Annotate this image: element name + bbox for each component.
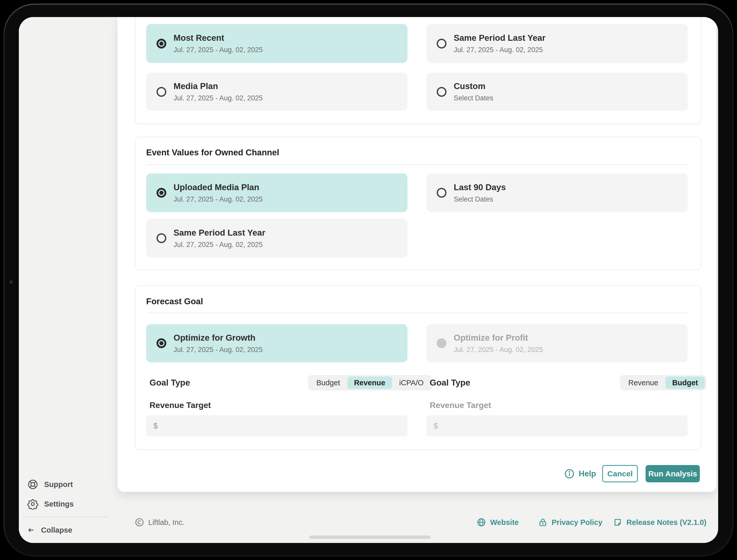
- sidebar-item-support[interactable]: Support: [27, 479, 73, 490]
- lifebuoy-icon: [27, 479, 38, 490]
- option-subtitle: Jul. 27, 2025 - Aug. 02, 2025: [454, 346, 543, 354]
- sidebar-collapse-button[interactable]: Collapse: [27, 526, 72, 534]
- copyright-icon: [135, 518, 144, 527]
- option-title: Optimize for Growth: [173, 333, 263, 343]
- release-notes-label: Release Notes (V2.1.0): [627, 518, 706, 527]
- option-title: Media Plan: [173, 81, 263, 91]
- arrow-left-icon: [27, 526, 35, 534]
- radio-selected-icon[interactable]: [156, 39, 166, 49]
- revenue-target-input-profit: [426, 415, 688, 436]
- cancel-label: Cancel: [607, 469, 633, 478]
- option-card-media-plan[interactable]: Media Plan Jul. 27, 2025 - Aug. 02, 2025: [146, 73, 408, 111]
- option-title: Last 90 Days: [454, 182, 506, 192]
- goal-type-segmented-profit: Revenue Budget: [620, 375, 706, 390]
- app-screen: Support Settings Collapse Most Recent Ju…: [19, 17, 718, 543]
- option-card-uploaded-media-plan[interactable]: Uploaded Media Plan Jul. 27, 2025 - Aug.…: [146, 173, 408, 212]
- option-subtitle: Jul. 27, 2025 - Aug. 02, 2025: [173, 46, 263, 54]
- option-subtitle: Jul. 27, 2025 - Aug. 02, 2025: [173, 94, 263, 102]
- run-analysis-label: Run Analysis: [648, 469, 697, 478]
- option-title: Uploaded Media Plan: [173, 182, 263, 192]
- globe-icon: [477, 518, 486, 527]
- release-notes-link[interactable]: Release Notes (V2.1.0): [613, 517, 706, 527]
- goal-type-label-profit: Goal Type: [430, 378, 470, 388]
- release-notes-icon: [613, 518, 622, 527]
- revenue-target-label-growth: Revenue Target: [149, 401, 211, 410]
- option-title: Most Recent: [173, 33, 263, 43]
- sidebar-divider: [23, 517, 108, 517]
- radio-selected-icon[interactable]: [156, 188, 166, 198]
- option-subtitle: Select Dates: [454, 94, 493, 102]
- option-subtitle: Jul. 27, 2025 - Aug. 02, 2025: [173, 241, 265, 249]
- section-divider: [146, 164, 689, 165]
- front-camera: [9, 280, 13, 284]
- option-title: Same Period Last Year: [173, 228, 265, 238]
- radio-unselected-icon[interactable]: [156, 233, 166, 243]
- option-card-same-period-last-year[interactable]: Same Period Last Year Jul. 27, 2025 - Au…: [426, 24, 688, 63]
- option-subtitle: Jul. 27, 2025 - Aug. 02, 2025: [173, 346, 263, 354]
- privacy-policy-link[interactable]: Privacy Policy: [538, 517, 603, 527]
- option-card-optimize-profit: Optimize for Profit Jul. 27, 2025 - Aug.…: [426, 324, 688, 362]
- radio-unselected-icon[interactable]: [437, 87, 447, 97]
- revenue-target-label-profit: Revenue Target: [430, 401, 491, 410]
- home-indicator[interactable]: [309, 535, 431, 539]
- sidebar: Support Settings Collapse: [19, 17, 117, 543]
- radio-unselected-icon[interactable]: [437, 188, 447, 198]
- run-analysis-button[interactable]: Run Analysis: [646, 465, 700, 482]
- option-card-last-90-days[interactable]: Last 90 Days Select Dates: [426, 173, 688, 212]
- copyright-text: Liftlab, Inc.: [135, 517, 184, 527]
- option-card-most-recent[interactable]: Most Recent Jul. 27, 2025 - Aug. 02, 202…: [146, 24, 408, 63]
- segment-revenue-selected[interactable]: Revenue: [347, 377, 392, 389]
- sidebar-collapse-label: Collapse: [41, 526, 72, 534]
- option-title: Custom: [454, 81, 493, 91]
- option-subtitle: Jul. 27, 2025 - Aug. 02, 2025: [454, 46, 545, 54]
- cancel-button[interactable]: Cancel: [602, 465, 638, 482]
- info-icon: [564, 469, 575, 479]
- forecast-goal-title: Forecast Goal: [146, 297, 203, 306]
- lock-icon: [538, 518, 548, 527]
- website-link[interactable]: Website: [477, 517, 519, 527]
- option-subtitle: Jul. 27, 2025 - Aug. 02, 2025: [173, 195, 263, 203]
- radio-unselected-icon[interactable]: [437, 39, 447, 49]
- gear-icon: [27, 498, 38, 510]
- option-card-optimize-growth[interactable]: Optimize for Growth Jul. 27, 2025 - Aug.…: [146, 324, 408, 362]
- help-label: Help: [579, 469, 596, 478]
- segment-revenue[interactable]: Revenue: [622, 377, 665, 389]
- segment-budget[interactable]: Budget: [309, 377, 347, 389]
- privacy-policy-label: Privacy Policy: [552, 518, 603, 527]
- radio-disabled-icon: [437, 338, 447, 348]
- option-card-same-period-last-year-events[interactable]: Same Period Last Year Jul. 27, 2025 - Au…: [146, 219, 408, 258]
- copyright-label: Liftlab, Inc.: [148, 518, 184, 527]
- radio-unselected-icon[interactable]: [156, 87, 166, 97]
- option-title: Same Period Last Year: [454, 33, 545, 43]
- option-card-custom[interactable]: Custom Select Dates: [426, 73, 688, 111]
- option-title: Optimize for Profit: [454, 333, 543, 343]
- radio-selected-icon[interactable]: [156, 338, 166, 348]
- event-values-title: Event Values for Owned Channel: [146, 148, 279, 157]
- help-button[interactable]: Help: [564, 465, 596, 482]
- revenue-target-input-growth[interactable]: [146, 415, 408, 436]
- sidebar-item-settings[interactable]: Settings: [27, 498, 74, 510]
- segment-icpao[interactable]: iCPA/O: [393, 377, 431, 389]
- goal-type-label-growth: Goal Type: [149, 378, 190, 388]
- goal-type-segmented-growth: Budget Revenue iCPA/O: [308, 375, 432, 390]
- sidebar-settings-label: Settings: [44, 500, 74, 508]
- segment-budget-selected[interactable]: Budget: [666, 377, 705, 389]
- website-label: Website: [490, 518, 519, 527]
- sidebar-support-label: Support: [44, 480, 73, 489]
- section-divider: [146, 313, 689, 313]
- option-subtitle: Select Dates: [454, 195, 506, 203]
